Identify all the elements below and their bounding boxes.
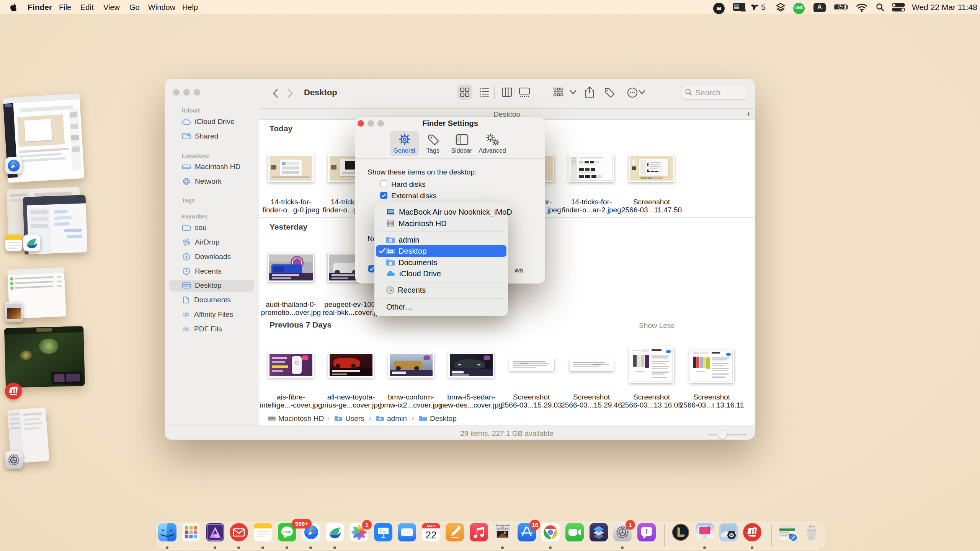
svg-text:22: 22 <box>426 529 437 541</box>
svg-text:MAR: MAR <box>427 524 435 528</box>
svg-text:!: ! <box>645 528 648 536</box>
svg-text:LINE: LINE <box>283 530 291 534</box>
